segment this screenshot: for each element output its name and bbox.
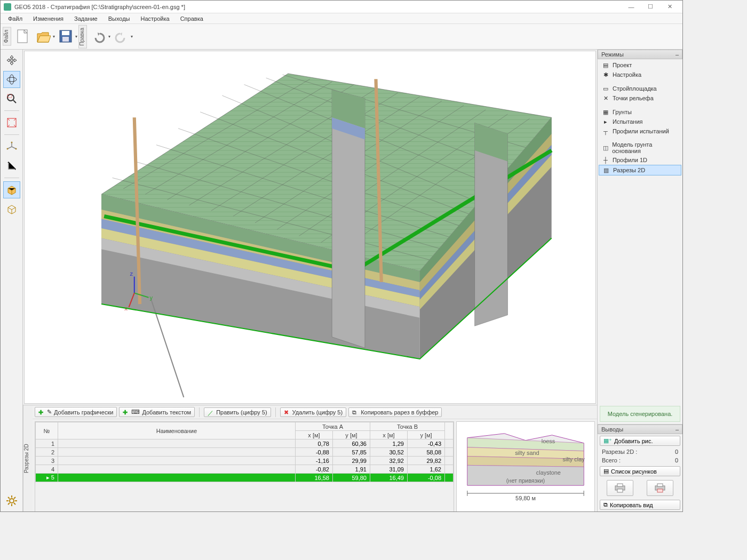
mode-item-0[interactable]: ▤Проект [599,60,681,70]
mode-item-7[interactable]: ◫Модель грунта основания [599,140,681,155]
menu-file[interactable]: Файл [3,14,28,23]
col-ax: x [м] [295,431,332,439]
mode-item-1[interactable]: ✱Настройка [599,70,681,79]
svg-point-5 [10,75,14,84]
svg-text:(нет привязки): (нет привязки) [506,477,545,484]
cube-solid-icon [6,184,18,196]
collapse-icon[interactable]: – [676,51,679,58]
mode-item-5[interactable]: ▸Испытания [599,117,681,126]
plus-icon: ✚ [38,409,45,415]
mode-item-8[interactable]: ┼Профили 1D [599,155,681,165]
svg-point-13 [10,499,14,503]
axis2d-icon [6,161,17,171]
mode-icon: ▸ [602,118,609,125]
mode-icon: ▤ [602,61,609,69]
app-icon [4,3,11,11]
save-button[interactable] [56,27,75,46]
cube-wire-icon [6,203,18,215]
menu-outputs[interactable]: Выходы [103,14,136,23]
vtab-sections[interactable]: Разрезы 2D [23,405,33,511]
col-ay: y [м] [332,431,370,439]
open-dropdown-icon[interactable]: ▾ [53,34,55,39]
save-dropdown-icon[interactable]: ▾ [75,34,77,39]
mode-label: Разрезы 2D [613,167,645,173]
mode-item-2[interactable]: ▭Стройплощадка [599,84,681,93]
svg-rect-3 [62,37,69,42]
mode-label: Модель грунта основания [612,141,678,154]
section-preview-svg: loess silty sand silty clay claystone (н… [457,422,594,512]
svg-text:silty clay: silty clay [562,456,585,462]
add-graphic-button[interactable]: ✚✎ Добавить графически [35,407,117,417]
table-row[interactable]: 2-0,8857,8530,5258,08 [36,448,454,457]
rotate-tool[interactable] [3,71,20,88]
col-pointB: Точка B [370,422,444,431]
menu-settings[interactable]: Настройка [136,14,175,23]
add-text-button[interactable]: ✚⌨ Добавить текстом [119,407,195,417]
svg-point-12 [15,148,17,150]
mode-item-6[interactable]: ┬Профили испытаний [599,126,681,136]
axis-tool-2[interactable] [3,157,20,174]
mode-item-3[interactable]: ✕Точки рельефа [599,93,681,103]
mode-icon: ▭ [602,85,609,92]
svg-rect-41 [617,484,623,486]
delete-button[interactable]: ✖Удалить (цифру 5) [280,407,347,417]
view-mode-solid[interactable] [3,181,20,198]
zoom-tool[interactable] [3,90,20,107]
svg-rect-42 [617,489,623,492]
close-button[interactable]: ✕ [660,3,679,10]
mode-label: Настройка [613,71,641,78]
view-mode-wire[interactable] [3,201,20,218]
mode-label: Грунты [613,109,632,115]
mode-icon: ◫ [602,144,609,151]
menu-task[interactable]: Задание [69,14,103,23]
table-row[interactable]: 3-1,1629,9932,9229,82 [36,457,454,465]
title-bar: GEO5 2018 - Стратиграфия [C:\Stratigraph… [1,1,682,13]
list-icon: ▤ [603,468,609,475]
mode-item-4[interactable]: ▦Грунты [599,107,681,117]
sections-table[interactable]: № Наименование Точка A Точка B x [м] y [… [35,421,454,512]
new-file-button[interactable] [13,27,33,46]
print-button-1[interactable] [607,480,633,496]
add-picture-button[interactable]: ▦⁺Добавить рис. [600,436,680,446]
copy-icon: ⧉ [352,409,359,415]
new-file-icon [15,28,30,45]
main-toolbar: Файл ▾ ▾ Правка ▾ ▾ [1,24,682,50]
3d-viewport[interactable]: z y x [24,51,596,404]
outputs-panel-header: Выводы– [598,425,682,434]
vtab-file[interactable]: Файл [3,27,11,46]
move-icon [6,55,17,66]
mode-item-9[interactable]: ▥Разрезы 2D [599,165,681,175]
menu-help[interactable]: Справка [175,14,209,23]
open-file-button[interactable] [34,27,53,46]
maximize-button[interactable]: ☐ [641,3,660,10]
left-tool-palette [1,50,23,511]
col-bx: x [м] [370,431,407,439]
mode-label: Точки рельефа [613,95,654,101]
table-row[interactable]: ▸ 516,5859,8016,49-0,08 [36,474,454,482]
copy-buffer-button[interactable]: ⧉Копировать рарез в буффер [348,407,442,417]
print-button-2[interactable] [647,480,673,496]
picture-list-button[interactable]: ▤Список рисунков [600,466,680,476]
fit-view-tool[interactable] [3,114,20,131]
vtab-edit[interactable]: Правка [78,25,87,49]
col-by: y [м] [407,431,444,439]
menu-changes[interactable]: Изменения [28,14,69,23]
svg-rect-44 [657,484,663,486]
edit-button[interactable]: ／Править (цифру 5) [204,407,271,417]
svg-text:loess: loess [542,438,555,444]
table-row[interactable]: 4-0,821,9131,091,62 [36,465,454,474]
axis-tool-1[interactable] [3,138,20,155]
table-row[interactable]: 10,7860,361,29-0,43 [36,439,454,448]
settings-gear[interactable] [3,492,20,509]
redo-dropdown-icon[interactable]: ▾ [131,34,133,39]
mode-icon: ✕ [602,94,609,102]
copy-view-button[interactable]: ⧉Копировать вид [600,500,680,510]
mode-label: Испытания [613,118,642,125]
svg-text:z: z [130,270,133,277]
pan-tool[interactable] [3,52,20,69]
minimize-button[interactable]: — [622,4,641,10]
undo-dropdown-icon[interactable]: ▾ [108,34,110,39]
undo-button[interactable] [89,27,108,46]
redo-button[interactable] [112,27,131,46]
collapse-icon[interactable]: – [676,426,679,433]
